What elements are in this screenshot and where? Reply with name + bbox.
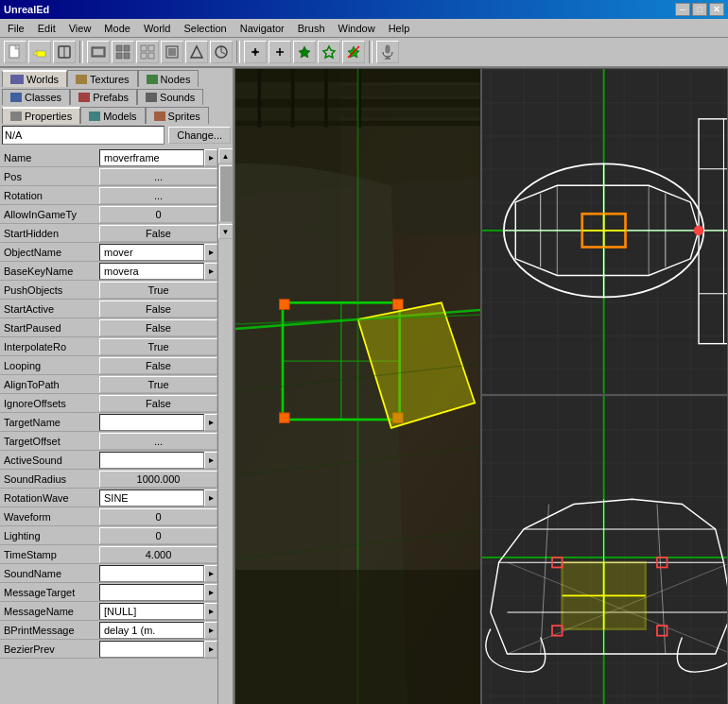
prop-value[interactable]: ...	[99, 187, 217, 204]
svg-rect-15	[148, 53, 154, 59]
prop-value[interactable]: 1000.000	[99, 471, 217, 488]
menu-edit[interactable]: Edit	[32, 22, 61, 35]
toolbar-btn9[interactable]	[210, 41, 233, 63]
tab-prefabs[interactable]: Prefabs	[70, 89, 137, 105]
svg-point-76	[694, 226, 704, 236]
minimize-button[interactable]: ─	[675, 3, 690, 16]
prop-name: IgnoreOffsets	[0, 397, 99, 410]
prop-row: SoundName▸	[0, 564, 217, 583]
prop-dot-button[interactable]: ▸	[204, 565, 217, 582]
toolbar-btn10[interactable]	[244, 41, 267, 63]
tab-worlds[interactable]: Worlds	[2, 70, 67, 87]
prop-value[interactable]: ...	[99, 168, 217, 185]
toolbar-btn13[interactable]	[318, 41, 340, 63]
toolbar-new[interactable]	[4, 41, 26, 63]
prop-dot-button[interactable]: ▸	[204, 244, 217, 261]
sounds-icon	[146, 93, 157, 102]
tab-prefabs-label: Prefabs	[93, 92, 129, 103]
menu-view[interactable]: View	[63, 22, 97, 35]
menu-world[interactable]: World	[138, 22, 177, 35]
change-button[interactable]: Change...	[168, 127, 231, 144]
prop-value[interactable]: True	[99, 376, 217, 393]
title-text: UnrealEd	[4, 4, 49, 15]
scroll-up[interactable]: ▲	[218, 148, 234, 163]
nodes-icon	[147, 75, 158, 84]
prop-row: Waveform0	[0, 507, 217, 526]
tab-row-1: Worlds Textures Nodes	[0, 68, 233, 87]
tab-sprites[interactable]: Sprites	[146, 107, 209, 124]
menu-brush[interactable]: Brush	[292, 22, 331, 35]
prop-dot-button[interactable]: ▸	[204, 603, 217, 620]
toolbar-btn3[interactable]	[53, 41, 76, 63]
menu-help[interactable]: Help	[383, 22, 416, 35]
prop-name: Rotation	[0, 189, 99, 202]
prop-dot-button[interactable]: ▸	[204, 149, 217, 166]
prop-dot-button[interactable]: ▸	[204, 263, 217, 280]
scroll-thumb[interactable]	[219, 165, 233, 222]
prop-name: Looping	[0, 359, 99, 372]
prop-dot-button[interactable]: ▸	[204, 584, 217, 601]
prop-dot-button[interactable]: ▸	[204, 452, 217, 469]
toolbar-open[interactable]	[28, 41, 51, 63]
object-name-input[interactable]	[2, 126, 165, 145]
tab-sprites-label: Sprites	[168, 111, 200, 122]
toolbar-btn6[interactable]	[136, 41, 159, 63]
tab-properties[interactable]: Properties	[2, 107, 80, 124]
toolbar-btn5[interactable]	[112, 41, 134, 63]
prop-value	[99, 641, 204, 658]
properties-list: Namemoverframe▸Pos...Rotation...AllowInG…	[0, 148, 217, 704]
maximize-button[interactable]: □	[692, 3, 707, 16]
close-button[interactable]: ✕	[709, 3, 724, 16]
prop-row: StartActiveFalse	[0, 300, 217, 318]
prop-value[interactable]: 0	[99, 206, 217, 223]
prop-row: TimeStamp4.000	[0, 545, 217, 564]
viewport-3d[interactable]	[234, 68, 481, 704]
properties-icon	[10, 112, 22, 121]
menu-selection[interactable]: Selection	[178, 22, 232, 35]
prop-value[interactable]: True	[99, 282, 217, 299]
prop-value[interactable]: False	[99, 357, 217, 374]
toolbar-btn11[interactable]	[269, 41, 291, 63]
prop-value: mover	[99, 244, 204, 261]
toolbar-btn7[interactable]	[161, 41, 183, 63]
prop-dot-button[interactable]: ▸	[204, 414, 217, 431]
prop-row: InterpolateRoTrue	[0, 337, 217, 356]
toolbar-btn8[interactable]	[185, 41, 208, 63]
toolbar-btn12[interactable]	[293, 41, 316, 63]
svg-rect-53	[279, 413, 289, 423]
prop-value[interactable]: True	[99, 338, 217, 355]
toolbar-sep3	[369, 41, 373, 63]
menu-navigator[interactable]: Navigator	[234, 22, 290, 35]
prop-value[interactable]: 0	[99, 508, 217, 525]
prop-dot-button[interactable]: ▸	[204, 641, 217, 658]
main-container: Worlds Textures Nodes Classes Prefabs	[0, 68, 728, 704]
menu-window[interactable]: Window	[333, 22, 381, 35]
prop-value[interactable]: ...	[99, 433, 217, 450]
tab-nodes[interactable]: Nodes	[138, 70, 199, 87]
prop-dot-button[interactable]: ▸	[204, 622, 217, 639]
tab-models[interactable]: Models	[80, 107, 145, 124]
prop-row: TargetOffset...	[0, 432, 217, 451]
prop-value[interactable]: False	[99, 395, 217, 412]
svg-point-24	[253, 50, 257, 54]
tab-worlds-label: Worlds	[26, 74, 59, 85]
prop-value[interactable]: False	[99, 300, 217, 318]
viewport-bottom-right[interactable]	[481, 395, 728, 705]
tab-classes[interactable]: Classes	[2, 89, 70, 105]
menu-file[interactable]: File	[2, 22, 30, 35]
toolbar-btn4[interactable]	[87, 41, 110, 63]
scroll-down[interactable]: ▼	[218, 224, 234, 239]
toolbar-microphone[interactable]	[376, 41, 399, 63]
prop-dot-button[interactable]: ▸	[204, 489, 217, 507]
toolbar-btn14[interactable]	[342, 41, 365, 63]
tab-textures[interactable]: Textures	[67, 70, 138, 87]
prop-value[interactable]: False	[99, 319, 217, 336]
prop-value[interactable]: 4.000	[99, 546, 217, 563]
svg-rect-17	[168, 48, 176, 56]
tab-sounds[interactable]: Sounds	[137, 89, 203, 105]
menu-mode[interactable]: Mode	[98, 22, 136, 35]
prop-name: SoundRadius	[0, 472, 99, 486]
prop-value[interactable]: False	[99, 225, 217, 242]
prop-value[interactable]: 0	[99, 527, 217, 544]
viewport-top-right[interactable]	[481, 68, 728, 395]
